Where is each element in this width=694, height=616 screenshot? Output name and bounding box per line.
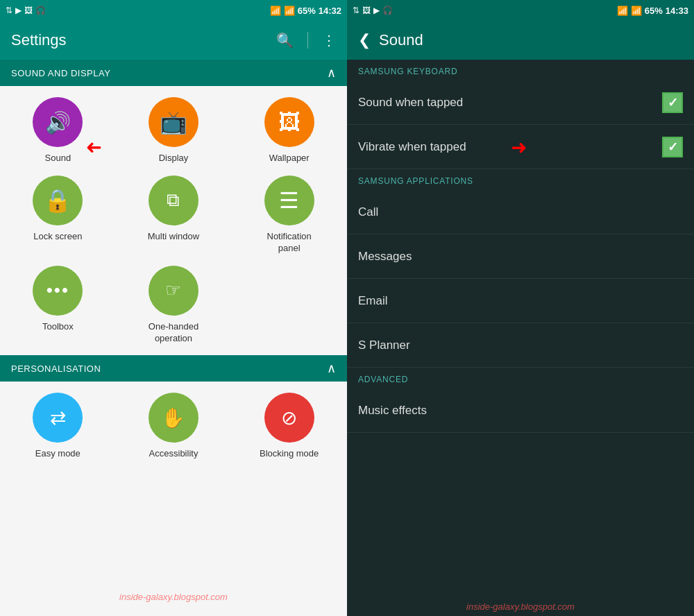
left-app-title: Settings [11, 31, 67, 49]
sound-display-grid: 🔊 ➜ Sound 📺 Display 🖼 Wallpaper 🔒 Lock s… [0, 86, 347, 355]
left-status-right: 📶 📶 65% 14:32 [270, 6, 341, 16]
call-item[interactable]: Call [347, 190, 694, 234]
sound-settings-list: SAMSUNG KEYBOARD Sound when tapped ✓ Vib… [347, 60, 694, 597]
toolbox-icon: ••• [46, 280, 69, 301]
blocking-mode-icon-circle: ⊘ [264, 393, 314, 443]
s-planner-label: S Planner [358, 339, 410, 352]
one-handed-grid-item[interactable]: ☞ One-handedoperation [121, 266, 226, 345]
one-handed-icon: ☞ [165, 280, 181, 301]
sound-when-tapped-item[interactable]: Sound when tapped ✓ [347, 80, 694, 125]
sound-when-tapped-label: Sound when tapped [358, 96, 463, 110]
left-watermark: inside-galaxy.blogspot.com [119, 592, 228, 602]
messages-label: Messages [358, 250, 412, 264]
headphone-icon: 🎧 [35, 6, 46, 15]
right-app-title: Sound [379, 31, 423, 49]
sound-when-tapped-checkbox[interactable]: ✓ [662, 92, 683, 113]
multi-window-icon-circle: ⧉ [149, 176, 198, 225]
call-label: Call [358, 205, 378, 219]
battery-text: 65% [298, 6, 316, 16]
sound-display-title: SOUND AND DISPLAY [11, 68, 110, 78]
left-status-icons: ⇅ ▶ 🖼 🎧 [6, 6, 46, 15]
blocking-mode-icon: ⊘ [281, 407, 297, 429]
personalisation-section-header: PERSONALISATION ∧ [0, 355, 347, 382]
left-panel: ⇅ ▶ 🖼 🎧 📶 📶 65% 14:32 Settings 🔍 ⋮ SOUND… [0, 0, 347, 616]
multi-window-label: Multi window [148, 231, 199, 243]
personalisation-title: PERSONALISATION [11, 363, 101, 374]
toolbar-divider [307, 32, 308, 49]
red-arrow-sound: ➜ [86, 137, 102, 160]
toolbox-icon-circle: ••• [33, 266, 83, 316]
vibrate-when-tapped-checkbox[interactable]: ✓ [662, 137, 683, 157]
lock-screen-label: Lock screen [33, 231, 82, 243]
sound-grid-item[interactable]: 🔊 ➜ Sound [6, 97, 110, 164]
blocking-mode-label: Blocking mode [260, 448, 319, 460]
more-icon[interactable]: ⋮ [322, 32, 336, 49]
accessibility-icon: ✋ [161, 407, 185, 429]
accessibility-label: Accessibility [149, 448, 198, 460]
sound-icon: 🔊 [45, 110, 71, 135]
left-app-bar-icons: 🔍 ⋮ [276, 32, 336, 49]
notification-panel-icon: ☰ [279, 187, 299, 214]
music-effects-item[interactable]: Music effects [347, 388, 694, 433]
samsung-applications-header: SAMSUNG APPLICATIONS [347, 169, 694, 190]
lock-screen-icon: 🔒 [44, 187, 71, 214]
vibrate-when-tapped-item[interactable]: Vibrate when tapped ➜ ✓ [347, 125, 694, 169]
toolbox-label: Toolbox [42, 321, 74, 333]
accessibility-grid-item[interactable]: ✋ Accessibility [121, 393, 226, 605]
lock-screen-grid-item[interactable]: 🔒 Lock screen [6, 176, 110, 255]
right-wifi-icon: 📶 [617, 6, 628, 16]
advanced-header: ADVANCED [347, 368, 694, 388]
personalisation-grid: ⇄ Easy mode ✋ Accessibility ⊘ Blocking m… [0, 382, 347, 616]
email-label: Email [358, 294, 388, 308]
right-headphone-icon: 🎧 [382, 6, 393, 15]
notification-panel-label: Notificationpanel [267, 231, 312, 255]
usb-icon: ⇅ [6, 6, 12, 15]
display-icon: 📺 [160, 109, 187, 135]
right-signal-icon: 📶 [631, 6, 642, 16]
sound-display-section-header: SOUND AND DISPLAY ∧ [0, 60, 347, 86]
right-play-icon: ▶ [373, 6, 380, 15]
sound-label: Sound [45, 153, 71, 164]
easy-mode-grid-item[interactable]: ⇄ Easy mode [6, 393, 110, 605]
wallpaper-icon: 🖼 [278, 110, 301, 135]
accessibility-icon-circle: ✋ [149, 393, 198, 443]
easy-mode-label: Easy mode [35, 448, 81, 460]
multi-window-icon: ⧉ [167, 189, 180, 211]
signal-icon: 📶 [284, 6, 295, 16]
right-app-bar: ❮ Sound [347, 21, 694, 60]
multi-window-grid-item[interactable]: ⧉ Multi window [121, 176, 226, 255]
easy-mode-icon-circle: ⇄ [33, 393, 83, 443]
notification-panel-grid-item[interactable]: ☰ Notificationpanel [237, 176, 341, 255]
play-icon: ▶ [15, 6, 22, 15]
s-planner-item[interactable]: S Planner [347, 323, 694, 368]
lock-screen-icon-circle: 🔒 [33, 176, 83, 225]
music-effects-label: Music effects [358, 404, 427, 418]
sound-icon-circle: 🔊 ➜ [33, 97, 83, 147]
right-usb-icon: ⇅ [353, 6, 359, 15]
one-handed-icon-circle: ☞ [149, 266, 198, 316]
back-button[interactable]: ❮ [358, 31, 371, 49]
toolbox-grid-item[interactable]: ••• Toolbox [6, 266, 110, 345]
display-grid-item[interactable]: 📺 Display [121, 97, 226, 164]
notification-panel-icon-circle: ☰ [264, 176, 314, 225]
blocking-mode-grid-item[interactable]: ⊘ Blocking mode [237, 393, 341, 605]
wallpaper-grid-item[interactable]: 🖼 Wallpaper [237, 97, 341, 164]
sound-display-collapse-icon[interactable]: ∧ [327, 65, 336, 80]
wallpaper-icon-circle: 🖼 [264, 97, 314, 147]
right-status-icons: ⇅ 🖼 ▶ 🎧 [353, 6, 393, 15]
right-panel: ⇅ 🖼 ▶ 🎧 📶 📶 65% 14:33 ❮ Sound SAMSUNG KE… [347, 0, 694, 616]
left-app-bar: Settings 🔍 ⋮ [0, 21, 347, 60]
wallpaper-label: Wallpaper [269, 153, 310, 164]
right-battery-text: 65% [645, 6, 663, 16]
red-arrow-vibrate: ➜ [511, 135, 527, 158]
right-status-right: 📶 📶 65% 14:33 [617, 6, 688, 16]
left-time: 14:32 [319, 6, 341, 16]
search-icon[interactable]: 🔍 [276, 32, 294, 49]
messages-item[interactable]: Messages [347, 234, 694, 279]
one-handed-label: One-handedoperation [149, 321, 198, 345]
personalisation-collapse-icon[interactable]: ∧ [327, 361, 336, 376]
email-item[interactable]: Email [347, 279, 694, 323]
right-watermark: inside-galaxy.blogspot.com [347, 597, 694, 616]
display-icon-circle: 📺 [149, 97, 198, 147]
samsung-keyboard-header: SAMSUNG KEYBOARD [347, 60, 694, 80]
